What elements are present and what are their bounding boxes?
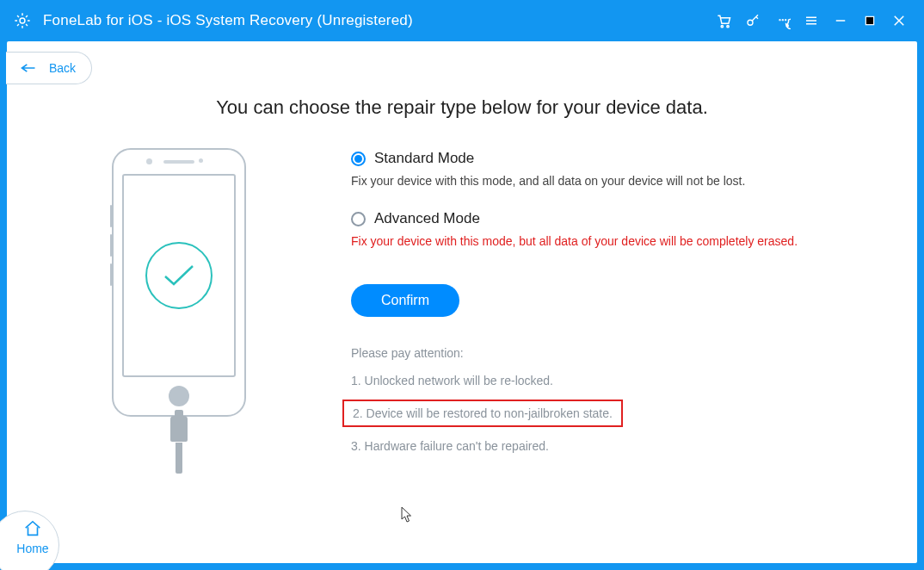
mode-advanced-title: Advanced Mode <box>374 210 480 227</box>
checkmark-icon <box>145 242 213 309</box>
app-gear-icon <box>12 10 33 31</box>
menu-icon[interactable] <box>798 8 824 34</box>
attention-block: Please pay attention: 1. Unlocked networ… <box>351 346 865 453</box>
home-label: Home <box>16 542 48 555</box>
page-title: You can choose the repair type below for… <box>7 96 917 119</box>
home-icon <box>23 519 42 538</box>
window-title: FoneLab for iOS - iOS System Recovery (U… <box>43 12 413 29</box>
back-label: Back <box>49 61 76 75</box>
confirm-button[interactable]: Confirm <box>351 284 459 317</box>
radio-advanced[interactable] <box>351 212 366 226</box>
radio-standard[interactable] <box>351 152 366 166</box>
svg-point-6 <box>785 20 786 21</box>
cart-icon[interactable] <box>711 8 736 34</box>
feedback-icon[interactable] <box>769 8 795 34</box>
attention-item: 3. Hardware failure can't be repaired. <box>351 439 865 453</box>
mode-standard-title: Standard Mode <box>374 150 474 167</box>
maximize-icon[interactable] <box>857 8 883 34</box>
back-button[interactable]: Back <box>6 52 92 84</box>
svg-point-2 <box>727 26 729 28</box>
mode-advanced-desc: Fix your device with this mode, but all … <box>351 234 865 248</box>
svg-point-0 <box>20 18 25 23</box>
close-icon[interactable] <box>886 8 912 34</box>
cursor-icon <box>401 506 413 524</box>
svg-point-4 <box>779 20 780 21</box>
attention-item-highlighted: 2. Device will be restored to non-jailbr… <box>342 400 623 427</box>
attention-item: 1. Unlocked network will be re-locked. <box>351 374 865 387</box>
mode-advanced[interactable]: Advanced Mode Fix your device with this … <box>351 210 865 248</box>
device-illustration <box>7 145 351 563</box>
mode-standard[interactable]: Standard Mode Fix your device with this … <box>351 150 865 188</box>
main-panel: Back You can choose the repair type belo… <box>7 41 917 563</box>
svg-point-1 <box>721 26 723 28</box>
attention-lead: Please pay attention: <box>351 346 865 360</box>
minimize-icon[interactable] <box>828 8 853 34</box>
svg-point-5 <box>782 20 783 21</box>
key-icon[interactable] <box>740 8 766 34</box>
titlebar: FoneLab for iOS - iOS System Recovery (U… <box>0 0 924 41</box>
svg-rect-7 <box>865 16 873 24</box>
mode-standard-desc: Fix your device with this mode, and all … <box>351 174 865 188</box>
svg-point-3 <box>748 20 753 25</box>
